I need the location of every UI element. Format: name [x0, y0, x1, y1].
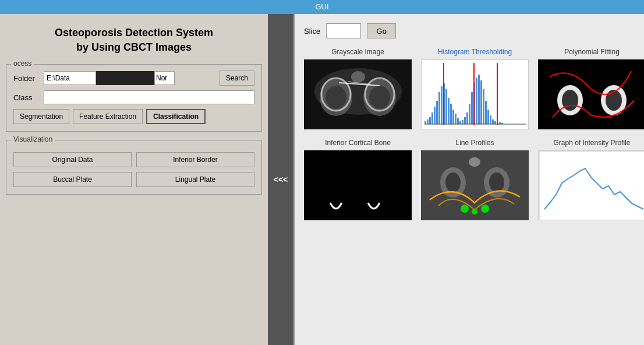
- svg-rect-17: [436, 101, 438, 124]
- svg-rect-40: [490, 115, 491, 124]
- graph-image: [538, 150, 644, 220]
- svg-point-59: [445, 172, 461, 192]
- lingual-plate-button[interactable]: Lingual Plate: [136, 172, 254, 187]
- svg-rect-39: [487, 110, 489, 124]
- svg-rect-29: [464, 117, 466, 124]
- right-panel: Slice 220 Go Grayscale Image: [293, 14, 644, 345]
- lineprofile-cell: Line Profiles: [421, 139, 529, 220]
- svg-point-63: [472, 209, 477, 214]
- svg-rect-50: [538, 59, 644, 129]
- polynomial-image: [538, 59, 644, 129]
- svg-rect-16: [434, 107, 436, 124]
- class-label: Class: [13, 93, 44, 102]
- histogram-image: [421, 59, 529, 129]
- svg-rect-12: [424, 121, 426, 124]
- folder-row: Folder Nor Search: [13, 71, 254, 86]
- svg-rect-38: [485, 101, 487, 124]
- svg-point-4: [325, 86, 346, 109]
- svg-rect-31: [469, 104, 470, 124]
- segmentation-button[interactable]: Segmentation: [13, 109, 69, 124]
- graph-cell: Graph of Intensity Profile: [538, 139, 644, 220]
- process-group: ocess Folder Nor Search Class Normal: [6, 64, 262, 132]
- visualization-group-title: Visualization: [11, 135, 55, 143]
- svg-point-64: [481, 205, 489, 213]
- svg-rect-15: [431, 112, 433, 124]
- svg-rect-13: [427, 119, 429, 124]
- svg-rect-37: [483, 89, 484, 124]
- inferior-image: [304, 150, 412, 220]
- histogram-title: Histogram Thresholding: [438, 48, 512, 56]
- grayscale-cell: Grayscale Image: [304, 48, 412, 129]
- svg-rect-27: [459, 121, 461, 124]
- folder-hidden-path: [96, 71, 154, 85]
- slice-input[interactable]: 220: [326, 23, 361, 38]
- left-panel: Osteoporosis Detection System by Using C…: [0, 14, 268, 345]
- title-text: GUI: [315, 2, 328, 11]
- process-group-title: ocess: [11, 59, 34, 68]
- collapse-button[interactable]: <<<: [268, 14, 293, 345]
- svg-rect-34: [476, 78, 477, 124]
- svg-rect-23: [450, 104, 452, 124]
- grayscale-title: Grayscale Image: [331, 48, 384, 56]
- svg-rect-36: [480, 80, 482, 124]
- svg-rect-19: [441, 86, 443, 124]
- svg-rect-30: [466, 112, 468, 124]
- class-input[interactable]: Normal: [44, 90, 254, 104]
- folder-suffix: Nor: [154, 71, 175, 85]
- polynomial-cell: Polynomial Fitting: [538, 48, 644, 129]
- svg-rect-32: [471, 92, 473, 124]
- class-row: Class Normal: [13, 90, 254, 104]
- visualization-buttons: Original Data Inferior Border Buccal Pla…: [13, 152, 254, 187]
- polynomial-title: Polynomial Fitting: [564, 48, 620, 56]
- slice-row: Slice 220 Go: [304, 23, 635, 38]
- svg-rect-22: [448, 98, 450, 124]
- buccal-plate-button[interactable]: Buccal Plate: [13, 172, 132, 187]
- app-title: Osteoporosis Detection System by Using C…: [6, 26, 262, 55]
- svg-point-5: [369, 86, 390, 109]
- svg-rect-21: [445, 89, 447, 124]
- original-data-button[interactable]: Original Data: [13, 152, 132, 167]
- visualization-group: Visualization Original Data Inferior Bor…: [6, 140, 262, 195]
- inferior-border-button[interactable]: Inferior Border: [136, 152, 254, 167]
- search-button[interactable]: Search: [220, 71, 254, 86]
- svg-point-60: [489, 172, 504, 192]
- svg-rect-18: [438, 92, 440, 124]
- lineprofile-image: [421, 150, 529, 220]
- inferior-cell: Inferior Cortical Bone: [304, 139, 412, 220]
- histogram-cell: Histogram Thresholding: [421, 48, 529, 129]
- svg-rect-41: [492, 119, 494, 124]
- title-bar: GUI: [0, 0, 644, 14]
- svg-rect-65: [539, 151, 644, 220]
- svg-point-62: [461, 205, 469, 213]
- svg-rect-24: [452, 110, 454, 124]
- svg-rect-14: [429, 117, 431, 124]
- feature-extraction-button[interactable]: Feature Extraction: [73, 109, 143, 124]
- svg-rect-55: [304, 150, 412, 220]
- graph-title: Graph of Intensity Profile: [553, 139, 630, 147]
- folder-path-input[interactable]: [44, 71, 96, 85]
- svg-rect-25: [455, 114, 457, 124]
- lineprofile-title: Line Profiles: [455, 139, 494, 147]
- classification-button[interactable]: Classification: [146, 109, 206, 124]
- folder-input-group: Nor: [44, 71, 216, 85]
- go-button[interactable]: Go: [367, 23, 396, 38]
- svg-rect-42: [494, 121, 496, 124]
- folder-label: Folder: [13, 74, 44, 83]
- svg-point-61: [469, 157, 480, 167]
- svg-rect-28: [462, 120, 463, 124]
- svg-point-8: [351, 71, 365, 83]
- svg-rect-35: [478, 75, 480, 124]
- grayscale-image: [304, 59, 412, 129]
- images-grid: Grayscale Image: [304, 48, 635, 220]
- svg-rect-26: [457, 118, 459, 124]
- slice-label: Slice: [304, 27, 320, 36]
- process-buttons: Segmentation Feature Extraction Classifi…: [13, 109, 254, 124]
- inferior-title: Inferior Cortical Bone: [325, 139, 391, 147]
